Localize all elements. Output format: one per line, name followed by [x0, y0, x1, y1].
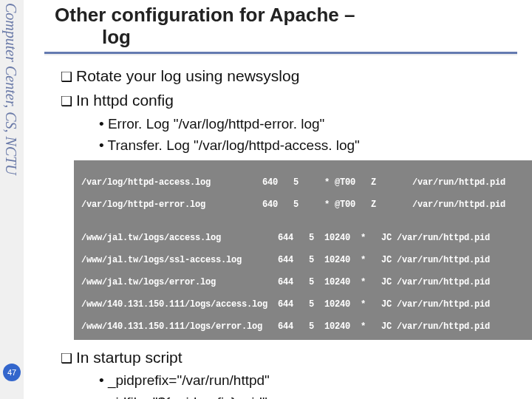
title-line-1: Other configuration for Apache –	[55, 4, 355, 26]
code-row: /www/jal.tw/logs/access.log 644 5 10240 …	[81, 233, 526, 244]
bullet-httpd-config: In httpd config	[61, 89, 525, 112]
left-sidebar: Computer Center, CS, NCTU 47	[0, 0, 24, 399]
newsyslog-config-block: /var/log/httpd-access.log 640 5 * @T00 Z…	[74, 160, 532, 340]
vertical-label: Computer Center, CS, NCTU	[2, 3, 19, 175]
sub-pidprefix: _pidprefix="/var/run/httpd"	[99, 370, 525, 391]
content-area: Other configuration for Apache – log Rot…	[44, 4, 525, 399]
code-row: /www/140.131.150.111/logs/error.log 644 …	[81, 321, 526, 332]
code-row: /www/jal.tw/logs/error.log 644 5 10240 *…	[81, 277, 526, 288]
code-row: /www/jal.tw/logs/ssl-access.log 644 5 10…	[81, 255, 526, 266]
page-number-badge: 47	[3, 364, 21, 381]
bullet-startup-script: In startup script	[61, 346, 525, 369]
sub-pidfile: pidfile="${_pidprefix}. pid"	[99, 392, 525, 399]
bullet-rotate-log: Rotate your log using newsyslog	[61, 64, 525, 88]
code-row: /var/log/httpd-access.log 640 5 * @T00 Z…	[81, 177, 526, 188]
title-line-2: log	[102, 27, 525, 49]
slide-title: Other configuration for Apache – log	[55, 4, 525, 49]
slide: Computer Center, CS, NCTU 47 Other confi…	[0, 0, 532, 399]
sub-transferlog: Transfer. Log "/var/log/httpd-access. lo…	[99, 135, 525, 156]
code-row: /www/140.131.150.111/logs/access.log 644…	[81, 299, 526, 310]
title-divider	[44, 52, 517, 54]
code-row: /var/log/httpd-error.log 640 5 * @T00 Z …	[81, 200, 526, 211]
vertical-label-wrap: Computer Center, CS, NCTU	[1, 3, 22, 269]
sub-errorlog: Error. Log "/var/log/httpd-error. log"	[99, 114, 525, 134]
